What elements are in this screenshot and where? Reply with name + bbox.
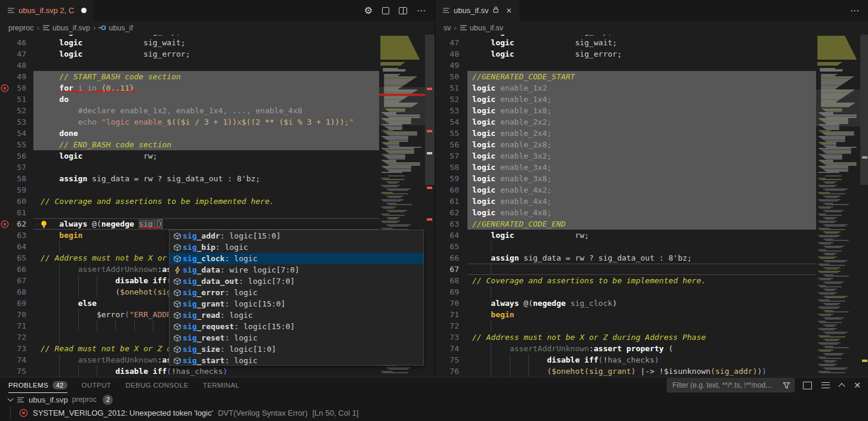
- suggestion-item[interactable]: sig_clock: logic: [170, 253, 423, 264]
- panel-tab-problems[interactable]: PROBLEMS42: [8, 377, 67, 393]
- code-line[interactable]: assign sig_data = rw ? sig_data_out : 8'…: [33, 173, 379, 184]
- panel-tab-debug-console[interactable]: DEBUG CONSOLE: [125, 377, 189, 393]
- code-line[interactable]: logic enable_3x8;: [467, 173, 816, 184]
- code-line[interactable]: logic enable_3x4;: [467, 162, 816, 173]
- customize-layout-icon[interactable]: [382, 7, 389, 14]
- problems-filter[interactable]: [667, 378, 795, 392]
- suggestion-item[interactable]: sig_request: logic[15:0]: [170, 321, 423, 332]
- code-line[interactable]: for i in {0..11}: [33, 82, 379, 94]
- suggestion-item[interactable]: sig_error: logic: [170, 287, 423, 298]
- view-as-list-icon[interactable]: [821, 382, 830, 388]
- split-editor-icon[interactable]: [399, 7, 407, 14]
- code-line[interactable]: [467, 60, 816, 71]
- code-line[interactable]: [33, 184, 379, 196]
- code-line[interactable]: logic enable_3x2;: [467, 150, 816, 162]
- scrollbar-slider[interactable]: [425, 35, 435, 185]
- suggestion-item[interactable]: sig_data_out: logic[7:0]: [170, 275, 423, 287]
- code-line[interactable]: logic enable_4x8;: [467, 207, 816, 218]
- breadcrumb-folder[interactable]: sv: [444, 24, 451, 32]
- code-line[interactable]: logic enable_4x2;: [467, 184, 816, 196]
- problems-file-row[interactable]: ubus_if.svp preproc 2: [0, 393, 868, 406]
- code-line[interactable]: logic rw;: [33, 150, 379, 162]
- code-line[interactable]: // Address must not be X or Z during Add…: [467, 332, 816, 343]
- suggestion-item[interactable]: sig_size: logic[1:0]: [170, 343, 423, 355]
- code-line[interactable]: // Coverage and assertions to be impleme…: [467, 275, 816, 286]
- editor-right[interactable]: 4748495051525354555657585960616263646566…: [435, 35, 868, 377]
- panel-tab-terminal[interactable]: TERMINAL: [203, 377, 239, 393]
- modified-dot[interactable]: [81, 8, 87, 13]
- filter-input[interactable]: [672, 381, 783, 389]
- more-actions-icon[interactable]: ⋯: [417, 5, 426, 16]
- breadcrumb-file[interactable]: ubus_if.svp: [42, 24, 90, 32]
- code-line[interactable]: begin: [467, 309, 816, 320]
- suggestion-name: _error: [196, 287, 224, 298]
- code-line[interactable]: logic enable_1x2: [467, 82, 816, 94]
- tab-ubus-if-svp[interactable]: ubus_if.svp 2, C: [0, 0, 94, 21]
- close-icon[interactable]: ✕: [506, 7, 512, 15]
- breadcrumb-symbol[interactable]: ubus_if: [99, 24, 133, 32]
- code-line[interactable]: logic rw;: [467, 230, 816, 241]
- code-line[interactable]: ($onehot(sig_grant) |-> !$isunknown(sig_…: [467, 366, 816, 377]
- code-line[interactable]: [467, 264, 816, 275]
- code-area-right[interactable]: logic sig_bip; logic sig_wait; logic sig…: [467, 35, 816, 377]
- minimap-slider[interactable]: [379, 87, 425, 125]
- code-line[interactable]: always @(negedge sig_): [33, 218, 379, 230]
- suggestion-item[interactable]: sig_addr: logic[15:0]: [170, 230, 423, 242]
- code-line[interactable]: [33, 60, 379, 71]
- code-line[interactable]: //GENERATED_CODE_END: [467, 218, 816, 230]
- code-line[interactable]: done: [33, 128, 379, 139]
- code-line[interactable]: logic enable_1x8;: [467, 105, 816, 116]
- more-actions-icon[interactable]: ⋯: [850, 5, 860, 16]
- code-line[interactable]: disable iff(!has_checks): [33, 366, 379, 377]
- close-panel-icon[interactable]: ✕: [854, 380, 861, 390]
- chevron-down-icon[interactable]: [8, 396, 14, 402]
- minimap-right[interactable]: [816, 35, 860, 377]
- gear-icon[interactable]: ⚙: [364, 6, 373, 16]
- code-line[interactable]: [467, 241, 816, 252]
- overview-ruler-right[interactable]: [860, 35, 868, 377]
- code-line[interactable]: // START_BASH code section: [33, 71, 379, 82]
- code-line[interactable]: //GENERATED_CODE_START: [467, 71, 816, 82]
- code-line[interactable]: #declare enable_1x2, enable_1x4, ..., en…: [33, 105, 379, 116]
- code-line[interactable]: logic enable_1x4;: [467, 94, 816, 105]
- code-line[interactable]: logic enable_2x4;: [467, 128, 816, 139]
- suggestion-item[interactable]: sig_grant: logic[15:0]: [170, 298, 423, 309]
- overview-ruler-left[interactable]: [425, 35, 435, 377]
- code-line[interactable]: logic sig_error;: [33, 48, 379, 60]
- code-line[interactable]: logic enable_2x2;: [467, 116, 816, 128]
- code-line[interactable]: echo "logic enable_$(($i / 3 + 1))x$((2 …: [33, 116, 379, 128]
- breadcrumb-folder[interactable]: preproc: [8, 24, 33, 32]
- suggestion-item[interactable]: sig_read: logic: [170, 309, 423, 321]
- scrollbar-slider[interactable]: [860, 35, 868, 185]
- code-line[interactable]: logic enable_2x8;: [467, 139, 816, 150]
- code-line[interactable]: always @(negedge sig_clock): [467, 298, 816, 309]
- code-line[interactable]: [467, 320, 816, 332]
- suggestion-item[interactable]: sig_start: logic: [170, 355, 423, 366]
- code-line[interactable]: disable iff(!has_checks): [467, 354, 816, 366]
- tab-ubus-if-sv[interactable]: ubus_if.sv ✕: [435, 0, 519, 21]
- suggestion-item[interactable]: sig_data: wire logic[7:0]: [170, 264, 423, 275]
- code-line[interactable]: logic enable_4x4;: [467, 196, 816, 207]
- code-line[interactable]: // END_BASH code section: [33, 139, 379, 150]
- tab-label: ubus_if.sv: [454, 6, 489, 15]
- code-line[interactable]: [467, 286, 816, 298]
- code-line[interactable]: // Coverage and assertions to be impleme…: [33, 196, 379, 207]
- code-line[interactable]: logic sig_error;: [467, 48, 816, 60]
- code-line[interactable]: [33, 207, 379, 218]
- line-number: 59: [0, 184, 33, 196]
- view-as-table-icon[interactable]: [804, 382, 812, 389]
- breadcrumb-file[interactable]: ubus_if.sv: [460, 24, 503, 32]
- code-line[interactable]: do: [33, 94, 379, 105]
- code-line[interactable]: assign sig_data = rw ? sig_data_out : 8'…: [467, 252, 816, 264]
- problem-row[interactable]: SYSTEM_VERILOG_2012: Unexpected token 'l…: [0, 406, 868, 419]
- suggestion-item[interactable]: sig_reset: logic: [170, 332, 423, 343]
- panel-tab-output[interactable]: OUTPUT: [82, 377, 112, 393]
- code-line[interactable]: assertAddrUnknown:assert property (: [467, 343, 816, 354]
- minimap-slider[interactable]: [816, 89, 860, 126]
- maximize-panel-icon[interactable]: [839, 382, 844, 389]
- line-number: 72: [0, 332, 33, 343]
- code-line[interactable]: logic sig_wait;: [33, 37, 379, 48]
- code-line[interactable]: [33, 162, 379, 173]
- suggestion-item[interactable]: sig_bip: logic: [170, 242, 423, 253]
- code-line[interactable]: logic sig_wait;: [467, 37, 816, 48]
